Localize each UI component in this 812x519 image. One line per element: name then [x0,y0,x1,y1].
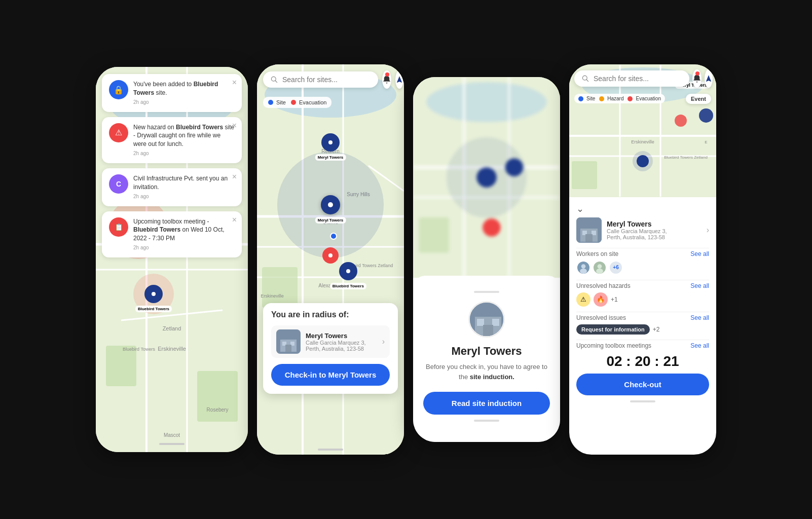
legend-site: Site [586,96,595,101]
svg-rect-42 [419,217,449,252]
site-legend-label: Site [276,99,286,105]
bell-button-4[interactable] [692,69,702,88]
request-for-info-tag: Request for information [576,324,650,335]
search-icon [270,76,278,84]
navigate-icon [395,76,403,84]
hazards-label: Unresolved hazards [576,282,631,289]
svg-point-65 [637,155,649,167]
site-detail-row[interactable]: Meryl Towers Calle Garcia Marquez 3,Pert… [576,217,709,243]
map-legend-4: Site Hazard Evacuation [574,94,665,103]
svg-point-76 [596,269,603,274]
svg-point-73 [581,264,586,269]
phone-checkedin: Erskineville Bluebird Towers Zetland E [569,64,716,455]
hazard-chip-1: ⚠ [576,292,590,307]
notification-1: 🔒 You've been added to Bluebird Towers s… [102,74,242,112]
bell-button[interactable] [382,70,391,89]
notification-2: ⚠ New hazard on Bluebird Towers site - D… [102,117,242,163]
site-detail-thumb [576,217,602,243]
notif-4-close[interactable]: × [232,215,237,225]
svg-point-46 [505,158,524,176]
svg-line-30 [275,81,277,83]
site-avatar [468,301,505,338]
issues-chips: Request for information +2 [576,324,709,335]
search-bar[interactable] [263,71,378,88]
search-input-4[interactable] [594,75,682,83]
site-dot [268,100,273,105]
search-bar-4[interactable] [574,70,689,87]
notif-3-text: Civil Infrastructure Pvt. sent you an in… [133,175,228,191]
site-row[interactable]: Meryl Towers Calle Garcia Marquez 3,Pert… [271,325,390,358]
home-indicator-3 [474,420,499,422]
navigate-button[interactable] [395,70,403,89]
phone-radius: Ultimo Surry Hills Alexandria Erskinevil… [257,64,404,455]
event-button[interactable]: Event [686,94,711,104]
pin-meryl-center: Meryl Towers [321,195,340,214]
svg-text:Erskineville: Erskineville [158,346,186,352]
toolbox-see-all[interactable]: See all [690,342,709,349]
svg-text:Zetland: Zetland [163,325,181,331]
bell-badge-4 [695,71,699,76]
evacuation-legend-label: Evacuation [299,99,326,105]
notif-3-close[interactable]: × [232,172,237,181]
notif-2-text: New hazard on Bluebird Towers site - Dry… [133,124,234,148]
hazards-more: +1 [611,296,618,303]
home-indicator-4 [630,400,655,402]
pin-evacuation [322,247,339,264]
toolbox-section-header: Upcoming toolbox meetings See all [576,342,709,349]
svg-rect-7 [106,346,136,386]
svg-text:Mascot: Mascot [164,432,180,438]
induction-bold: site induction. [470,373,514,381]
svg-point-74 [580,269,587,274]
hazards-see-all[interactable]: See all [690,282,709,289]
workers-section-header: Workers on site See all [576,250,709,257]
svg-point-37 [426,82,547,122]
svg-rect-58 [572,161,597,189]
avatar-2 [593,261,607,275]
search-input[interactable] [282,76,371,84]
site-detail-name: Meryl Towers [607,220,702,228]
notif-1-text: You've been added to Bluebird Towers sit… [133,81,218,96]
notif-1-close[interactable]: × [232,78,237,87]
notif-2-close[interactable]: × [232,121,237,130]
svg-rect-22 [262,267,298,308]
legend-evac: Evacuation [636,96,660,101]
workers-avatars: +6 [576,261,709,275]
notif-4-text: Upcoming toolbox meeting - Bluebird Towe… [133,218,225,242]
avatar-1 [576,261,590,275]
svg-point-45 [483,218,501,237]
notification-3: C Civil Infrastructure Pvt. sent you an … [102,168,242,206]
notif-1-time: 2h ago [133,99,235,106]
evac-dot-4 [628,96,633,101]
svg-rect-8 [197,371,238,422]
site-name: Meryl Towers [306,332,377,340]
navigate-button-4[interactable] [705,69,713,88]
radius-popup: You are in radius of: Meryl Towers [263,303,398,394]
checkin-button[interactable]: Check-in to Meryl Towers [271,364,390,386]
notification-4: 📋 Upcoming toolbox meeting - Bluebird To… [102,211,242,257]
hazard-chips: ⚠ 🔥 +1 [576,292,709,307]
checkout-button[interactable]: Check-out [576,374,709,395]
svg-point-44 [476,167,497,188]
site-detail-chevron: › [707,226,709,235]
notif-2-time: 2h ago [133,150,235,157]
svg-text:Rosebery: Rosebery [207,407,229,413]
home-indicator [159,443,184,445]
site-detail-panel: ⌄ Meryl Towers Calle Garcia Marquez 3,Pe… [569,197,716,411]
legend-hazard: Hazard [607,96,623,101]
site-detail-address: Calle Garcia Marquez 3,Perth, Australia,… [607,228,702,240]
svg-line-67 [586,80,588,82]
collapse-button[interactable]: ⌄ [576,203,709,214]
svg-point-62 [699,108,713,123]
svg-text:Erskineville: Erskineville [631,139,654,144]
read-induction-button[interactable]: Read site induction [423,392,550,415]
svg-point-75 [598,264,602,269]
modal-handle [474,291,499,293]
site-address: Calle Garcia Marquez 3,Perth, Australia,… [306,340,377,352]
avatar-more: +6 [609,261,623,275]
issues-more: +2 [653,326,660,333]
workers-label: Workers on site [576,250,618,257]
phone-induction: Meryl Towers Before you check in, you ha… [413,77,560,442]
issues-see-all[interactable]: See all [690,314,709,321]
phone-notifications: Erskineville Zetland Bluebird Towers Ros… [96,67,248,452]
workers-see-all[interactable]: See all [690,250,709,257]
